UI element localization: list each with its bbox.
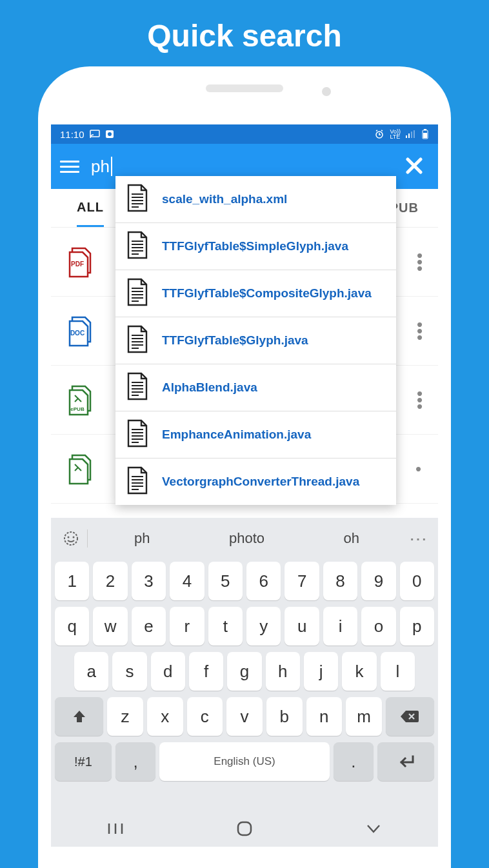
suggestion-item[interactable]: VectorgraphConverterThread.java bbox=[115, 459, 396, 505]
home-button[interactable] bbox=[236, 820, 253, 840]
suggestion-label: AlphaBlend.java bbox=[162, 380, 257, 395]
key-9[interactable]: 9 bbox=[361, 562, 395, 600]
key-o[interactable]: o bbox=[361, 607, 395, 646]
app-status-icon bbox=[105, 130, 114, 139]
key-5[interactable]: 5 bbox=[208, 562, 243, 600]
svg-rect-4 bbox=[406, 135, 407, 138]
item-menu-button[interactable]: ••• bbox=[417, 390, 423, 410]
key-i[interactable]: i bbox=[323, 607, 357, 646]
cast-icon bbox=[90, 130, 100, 139]
suggestion-item[interactable]: scale_with_alpha.xml bbox=[115, 176, 396, 223]
tab-all[interactable]: ALL bbox=[77, 200, 104, 227]
backspace-key[interactable] bbox=[386, 697, 434, 736]
suggestion-item[interactable]: AlphaBlend.java bbox=[115, 364, 396, 411]
key-m[interactable]: m bbox=[346, 697, 382, 736]
item-menu-button[interactable]: • bbox=[415, 466, 423, 471]
clear-search-button[interactable] bbox=[399, 152, 429, 181]
space-key[interactable]: English (US) bbox=[159, 742, 329, 781]
key-p[interactable]: p bbox=[400, 607, 434, 646]
key-8[interactable]: 8 bbox=[323, 562, 357, 600]
svg-rect-10 bbox=[423, 133, 427, 138]
key-s[interactable]: s bbox=[112, 652, 146, 691]
key-w[interactable]: w bbox=[93, 607, 127, 646]
back-button[interactable] bbox=[365, 823, 382, 837]
phone-frame: 11:10 Vo))LTE bbox=[38, 66, 451, 868]
key-y[interactable]: y bbox=[246, 607, 281, 646]
key-r[interactable]: r bbox=[170, 607, 204, 646]
key-n[interactable]: n bbox=[306, 697, 343, 736]
search-value: ph bbox=[91, 157, 112, 176]
key-k[interactable]: k bbox=[342, 652, 376, 691]
key-l[interactable]: l bbox=[381, 652, 415, 691]
status-time: 11:10 bbox=[60, 129, 85, 140]
key-z[interactable]: z bbox=[107, 697, 143, 736]
suggestion-label: TTFGlyfTable$Glyph.java bbox=[162, 333, 308, 348]
suggestion-item[interactable]: TTFGlyfTable$SimpleGlyph.java bbox=[115, 223, 396, 270]
key-d[interactable]: d bbox=[151, 652, 185, 691]
key-1[interactable]: 1 bbox=[55, 562, 89, 600]
promo-title: Quick search bbox=[0, 0, 489, 66]
svg-point-51 bbox=[73, 537, 75, 538]
key-f[interactable]: f bbox=[189, 652, 223, 691]
suggestion-label: VectorgraphConverterThread.java bbox=[162, 475, 359, 489]
document-icon bbox=[126, 466, 152, 497]
document-icon bbox=[126, 231, 152, 262]
search-input[interactable]: ph bbox=[91, 157, 388, 177]
key-x[interactable]: x bbox=[147, 697, 183, 736]
svg-text:ePUB: ePUB bbox=[70, 406, 85, 412]
keyboard-suggestion[interactable]: oh bbox=[301, 530, 402, 547]
key-4[interactable]: 4 bbox=[170, 562, 204, 600]
pdf-icon: PDF bbox=[66, 245, 97, 279]
key-2[interactable]: 2 bbox=[93, 562, 127, 600]
comma-key[interactable]: , bbox=[115, 742, 156, 781]
item-menu-button[interactable]: ••• bbox=[417, 252, 423, 272]
key-e[interactable]: e bbox=[132, 607, 166, 646]
key-h[interactable]: h bbox=[266, 652, 300, 691]
svg-point-50 bbox=[68, 537, 70, 538]
recents-button[interactable] bbox=[107, 822, 124, 838]
key-3[interactable]: 3 bbox=[132, 562, 166, 600]
phone-camera bbox=[322, 87, 331, 96]
symbols-key[interactable]: !#1 bbox=[55, 742, 112, 781]
divider bbox=[87, 529, 88, 547]
keyboard-suggestion-bar: ph photo oh ⋯ bbox=[51, 518, 438, 559]
suggestion-item[interactable]: TTFGlyfTable$CompositeGlyph.java bbox=[115, 270, 396, 317]
key-b[interactable]: b bbox=[266, 697, 303, 736]
suggestion-label: EmphanceAnimation.java bbox=[162, 428, 311, 442]
keyboard-suggestion[interactable]: ph bbox=[92, 530, 192, 547]
key-c[interactable]: c bbox=[187, 697, 223, 736]
svg-text:DOC: DOC bbox=[70, 330, 85, 337]
key-j[interactable]: j bbox=[304, 652, 338, 691]
document-icon bbox=[126, 419, 152, 450]
key-g[interactable]: g bbox=[227, 652, 261, 691]
keyboard-more-icon[interactable]: ⋯ bbox=[406, 528, 430, 549]
system-nav-bar bbox=[51, 813, 438, 847]
key-0[interactable]: 0 bbox=[400, 562, 434, 600]
screen: 11:10 Vo))LTE bbox=[51, 124, 438, 847]
suggestion-item[interactable]: TTFGlyfTable$Glyph.java bbox=[115, 317, 396, 364]
suggestion-label: TTFGlyfTable$SimpleGlyph.java bbox=[162, 239, 348, 253]
period-key[interactable]: . bbox=[334, 742, 374, 781]
key-q[interactable]: q bbox=[55, 607, 89, 646]
keyboard: ph photo oh ⋯ 1234567890 qwertyuiop asdf… bbox=[51, 518, 438, 847]
keyboard-suggestion[interactable]: photo bbox=[196, 530, 297, 547]
item-menu-button[interactable]: ••• bbox=[417, 321, 423, 341]
document-icon bbox=[126, 325, 152, 356]
shift-key[interactable] bbox=[55, 697, 103, 736]
enter-key[interactable] bbox=[377, 742, 434, 781]
svg-point-2 bbox=[108, 132, 112, 136]
epub-icon: ePUB bbox=[66, 383, 97, 417]
svg-rect-5 bbox=[408, 133, 410, 138]
suggestion-item[interactable]: EmphanceAnimation.java bbox=[115, 411, 396, 459]
key-v[interactable]: v bbox=[226, 697, 263, 736]
svg-text:PDF: PDF bbox=[71, 261, 84, 268]
key-6[interactable]: 6 bbox=[246, 562, 281, 600]
svg-rect-6 bbox=[411, 132, 412, 138]
menu-button[interactable] bbox=[60, 157, 79, 176]
key-t[interactable]: t bbox=[208, 607, 243, 646]
key-a[interactable]: a bbox=[74, 652, 108, 691]
sticker-icon[interactable] bbox=[59, 530, 83, 547]
svg-rect-7 bbox=[414, 130, 415, 138]
key-u[interactable]: u bbox=[284, 607, 319, 646]
key-7[interactable]: 7 bbox=[284, 562, 319, 600]
